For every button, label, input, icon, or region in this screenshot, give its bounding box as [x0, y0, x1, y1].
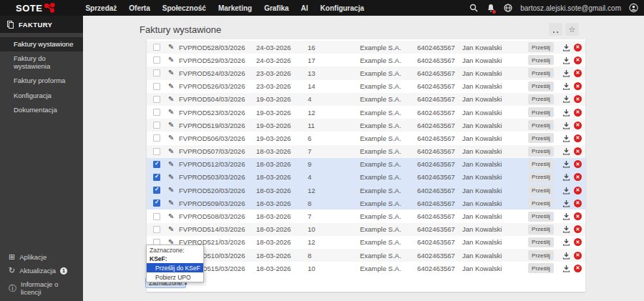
send-button[interactable]: Prześlij [528, 198, 554, 208]
download-icon[interactable] [562, 187, 570, 194]
delete-icon[interactable]: ✕ [574, 95, 582, 103]
edit-pencil-icon[interactable]: ✎ [168, 96, 175, 103]
favorite-button[interactable]: ☆ [565, 23, 579, 36]
delete-icon[interactable]: ✕ [574, 212, 582, 220]
download-icon[interactable] [562, 252, 570, 260]
download-icon[interactable] [562, 122, 570, 129]
menu-konfiguracja[interactable]: Konfiguracja [321, 4, 364, 12]
sidebar-item-aktualizacja[interactable]: ↻ Aktualizacja 1 [0, 264, 83, 277]
send-button[interactable]: Prześlij [528, 133, 554, 143]
download-icon[interactable] [562, 147, 570, 155]
download-icon[interactable] [562, 69, 570, 77]
edit-pencil-icon[interactable]: ✎ [168, 161, 175, 168]
download-icon[interactable] [562, 212, 570, 220]
globe-icon[interactable] [503, 4, 512, 13]
edit-pencil-icon[interactable]: ✎ [168, 134, 175, 142]
invoice-number[interactable]: FVPROD526/03/2026 [179, 82, 256, 90]
edit-pencil-icon[interactable]: ✎ [168, 56, 175, 64]
send-button[interactable]: Prześlij [528, 172, 554, 182]
download-icon[interactable] [562, 265, 570, 272]
delete-icon[interactable]: ✕ [574, 134, 582, 142]
notifications-bell-icon[interactable] [486, 4, 495, 13]
menu-oferta[interactable]: Oferta [129, 4, 150, 12]
row-checkbox[interactable] [153, 122, 160, 129]
send-button[interactable]: Prześlij [528, 107, 554, 117]
delete-icon[interactable]: ✕ [574, 56, 582, 64]
invoice-number[interactable]: FVPROD503/03/2026 [179, 173, 256, 181]
send-button[interactable]: Prześlij [528, 263, 554, 273]
download-icon[interactable] [562, 238, 570, 246]
send-button[interactable]: Prześlij [528, 250, 554, 260]
row-checkbox[interactable] [153, 226, 160, 233]
invoice-number[interactable]: FVPROD524/03/2026 [179, 69, 256, 77]
sote-logo[interactable]: SOTE [16, 3, 55, 14]
download-icon[interactable] [562, 160, 570, 168]
sidebar-item-konfiguracja[interactable]: Konfiguracja [0, 89, 83, 103]
invoice-number[interactable]: FVPROD512/03/2026 [179, 160, 256, 168]
delete-icon[interactable]: ✕ [574, 69, 582, 77]
invoice-number[interactable]: FVPROD519/03/2026 [179, 122, 256, 129]
send-button[interactable]: Prześlij [528, 94, 554, 104]
user-email[interactable]: bartosz.alejski.sote@gmail.com [520, 4, 621, 12]
row-checkbox[interactable] [153, 148, 160, 155]
download-icon[interactable] [562, 173, 570, 181]
sidebar-item-informacje-o-licencji[interactable]: ⓘ Informacje o licencji [0, 277, 83, 299]
sidebar-item-faktury-do-wystawienia[interactable]: Faktury do wystawienia [0, 51, 83, 74]
send-button[interactable]: Prześlij [528, 224, 554, 235]
menu-marketing[interactable]: Marketing [218, 4, 252, 12]
delete-icon[interactable]: ✕ [574, 109, 582, 117]
send-button[interactable]: Prześlij [528, 120, 554, 130]
sidebar-item-dokumentacja[interactable]: Dokumentacja [0, 103, 83, 117]
row-checkbox[interactable] [153, 213, 160, 220]
download-icon[interactable] [562, 82, 570, 90]
download-icon[interactable] [562, 225, 570, 233]
search-icon[interactable] [469, 4, 478, 13]
download-icon[interactable] [562, 44, 570, 51]
send-button[interactable]: Prześlij [528, 159, 554, 169]
sidebar-item-aplikacje[interactable]: ⊞ Aplikacje [0, 250, 83, 264]
row-checkbox[interactable] [153, 134, 160, 142]
edit-pencil-icon[interactable]: ✎ [168, 199, 175, 207]
account-avatar-icon[interactable] [629, 4, 638, 13]
send-button[interactable]: Prześlij [528, 212, 554, 222]
invoice-number[interactable]: FVPROD528/03/2026 [179, 44, 256, 51]
delete-icon[interactable]: ✕ [574, 173, 582, 181]
row-checkbox[interactable] [153, 69, 160, 77]
edit-pencil-icon[interactable]: ✎ [168, 122, 175, 129]
invoice-number[interactable]: FVPROD504/03/2026 [179, 95, 256, 103]
menu-grafika[interactable]: Grafika [264, 4, 288, 12]
download-icon[interactable] [562, 109, 570, 117]
row-checkbox[interactable] [153, 56, 160, 64]
menu-ai[interactable]: AI [301, 4, 308, 12]
invoice-number[interactable]: FVPROD507/03/2026 [179, 147, 256, 155]
edit-pencil-icon[interactable]: ✎ [168, 69, 175, 77]
row-checkbox[interactable] [153, 44, 160, 51]
invoice-number[interactable]: FVPROD520/03/2026 [179, 187, 256, 194]
row-checkbox[interactable] [153, 83, 160, 90]
invoice-number[interactable]: FVPROD506/03/2026 [179, 134, 256, 142]
delete-icon[interactable]: ✕ [574, 238, 582, 246]
edit-pencil-icon[interactable]: ✎ [168, 148, 175, 155]
send-button[interactable]: Prześlij [528, 55, 554, 65]
row-checkbox[interactable] [153, 199, 160, 207]
edit-pencil-icon[interactable]: ✎ [168, 44, 175, 51]
send-button[interactable]: Prześlij [528, 68, 554, 78]
delete-icon[interactable]: ✕ [574, 199, 582, 207]
delete-icon[interactable]: ✕ [574, 122, 582, 129]
invoice-number[interactable]: FVPROD509/03/2026 [179, 199, 256, 207]
download-icon[interactable] [562, 134, 570, 142]
row-checkbox[interactable] [153, 109, 160, 116]
menu-sprzedaz[interactable]: Sprzedaż [85, 4, 117, 12]
dropdown-option-przeslij-do-ksef[interactable]: Prześlij do KSeF [147, 263, 203, 272]
delete-icon[interactable]: ✕ [574, 225, 582, 233]
send-button[interactable]: Prześlij [528, 237, 554, 247]
row-checkbox[interactable] [153, 174, 160, 181]
invoice-number[interactable]: FVPROD523/03/2026 [179, 109, 256, 117]
download-icon[interactable] [562, 56, 570, 64]
download-icon[interactable] [562, 95, 570, 103]
menu-spolecznosc[interactable]: Społeczność [162, 4, 206, 12]
edit-pencil-icon[interactable]: ✎ [168, 187, 175, 194]
edit-pencil-icon[interactable]: ✎ [168, 109, 175, 116]
row-checkbox[interactable] [153, 161, 160, 168]
download-icon[interactable] [562, 199, 570, 207]
